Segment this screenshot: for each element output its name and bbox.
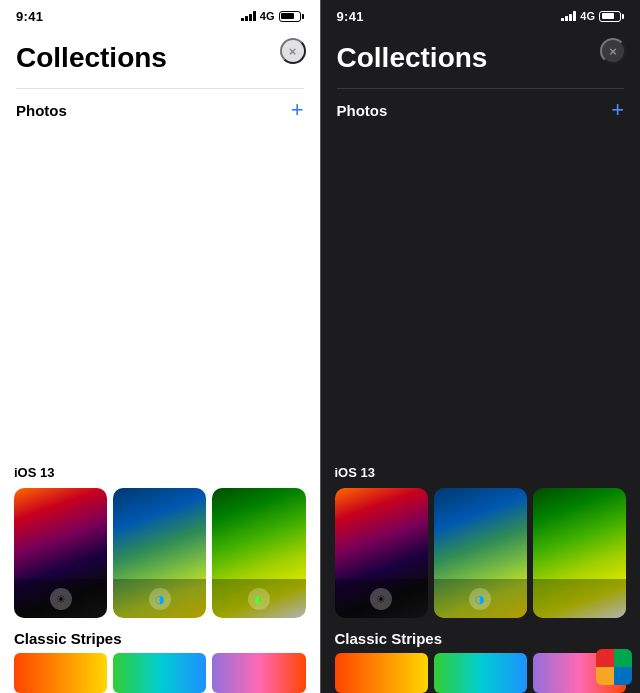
wallpaper-1-dark[interactable]: ☀	[335, 488, 428, 618]
wallpaper-row-dark: ☀ ◑	[335, 488, 627, 618]
status-bar-dark: 9:41 4G	[321, 0, 641, 30]
close-button-dark[interactable]: ×	[600, 38, 626, 64]
ios13-section-dark: iOS 13 ☀ ◑	[321, 465, 641, 622]
panel-content-light: × Collections Photos + iOS 13 ☀ ◑	[0, 30, 320, 693]
bar4d	[573, 11, 576, 21]
wp-icon-1-light: ☀	[50, 588, 72, 610]
signal-bars-light	[241, 11, 256, 21]
bar2	[245, 16, 248, 21]
bar2d	[565, 16, 568, 21]
bar1d	[561, 18, 564, 21]
wm-blue	[614, 667, 632, 685]
wallpaper-3-light[interactable]: ◐	[212, 488, 305, 618]
stripe-2-light[interactable]	[113, 653, 206, 693]
signal-bars-dark	[561, 11, 576, 21]
stripes-row-light	[14, 653, 306, 693]
bar3d	[569, 14, 572, 21]
photos-row-light: Photos +	[16, 88, 304, 131]
wm-green	[614, 649, 632, 667]
wallpaper-2-dark[interactable]: ◑	[434, 488, 527, 618]
wallpaper-row-light: ☀ ◑ ◐	[14, 488, 306, 618]
stripes-row-dark	[335, 653, 627, 693]
wm-yellow	[596, 667, 614, 685]
wp-icon-2-light: ◑	[149, 588, 171, 610]
dark-panel: 9:41 4G × Collections Photos +	[321, 0, 641, 693]
empty-area-dark	[321, 131, 641, 465]
wm-red	[596, 649, 614, 667]
battery-tip-dark	[622, 14, 624, 19]
light-panel: 9:41 4G × Collections Photos +	[0, 0, 320, 693]
stripe-3-light[interactable]	[212, 653, 305, 693]
wp-icon-2-dark: ◑	[469, 588, 491, 610]
status-time-light: 9:41	[16, 9, 43, 24]
stripe-2-dark[interactable]	[434, 653, 527, 693]
watermark-box	[596, 649, 632, 685]
bar3	[249, 14, 252, 21]
status-icons-light: 4G	[241, 10, 304, 22]
classic-label-dark: Classic Stripes	[335, 630, 627, 647]
status-time-dark: 9:41	[337, 9, 364, 24]
battery-body-light	[279, 11, 301, 22]
classic-section-dark: Classic Stripes	[321, 622, 641, 693]
stripe-1-dark[interactable]	[335, 653, 428, 693]
bar1	[241, 18, 244, 21]
photos-label-light: Photos	[16, 102, 67, 119]
signal-label-light: 4G	[260, 10, 275, 22]
collections-title-dark: Collections	[337, 42, 625, 74]
add-button-dark[interactable]: +	[611, 99, 624, 121]
collections-title-light: Collections	[16, 42, 304, 74]
header-light: × Collections Photos +	[0, 30, 320, 131]
wallpaper-2-light[interactable]: ◑	[113, 488, 206, 618]
panel-content-dark: × Collections Photos + iOS 13 ☀ ◑	[321, 30, 641, 693]
photos-row-dark: Photos +	[337, 88, 625, 131]
bar4	[253, 11, 256, 21]
stripe-1-light[interactable]	[14, 653, 107, 693]
battery-dark	[599, 11, 624, 22]
close-button-light[interactable]: ×	[280, 38, 306, 64]
battery-fill-light	[281, 13, 294, 19]
photos-label-dark: Photos	[337, 102, 388, 119]
battery-body-dark	[599, 11, 621, 22]
empty-area-light	[0, 131, 320, 465]
battery-fill-dark	[602, 13, 615, 19]
wallpaper-1-light[interactable]: ☀	[14, 488, 107, 618]
ios13-section-light: iOS 13 ☀ ◑ ◐	[0, 465, 320, 622]
watermark	[596, 649, 632, 685]
wallpaper-3-dark[interactable]	[533, 488, 626, 618]
header-dark: × Collections Photos +	[321, 30, 641, 131]
add-button-light[interactable]: +	[291, 99, 304, 121]
battery-tip-light	[302, 14, 304, 19]
wp-icon-3-light: ◐	[248, 588, 270, 610]
wp-icon-1-dark: ☀	[370, 588, 392, 610]
status-bar-light: 9:41 4G	[0, 0, 320, 30]
wp-overlay-3-dark	[533, 579, 626, 618]
signal-label-dark: 4G	[580, 10, 595, 22]
status-icons-dark: 4G	[561, 10, 624, 22]
ios13-label-dark: iOS 13	[335, 465, 627, 480]
ios13-label-light: iOS 13	[14, 465, 306, 480]
classic-section-light: Classic Stripes	[0, 622, 320, 693]
battery-light	[279, 11, 304, 22]
classic-label-light: Classic Stripes	[14, 630, 306, 647]
